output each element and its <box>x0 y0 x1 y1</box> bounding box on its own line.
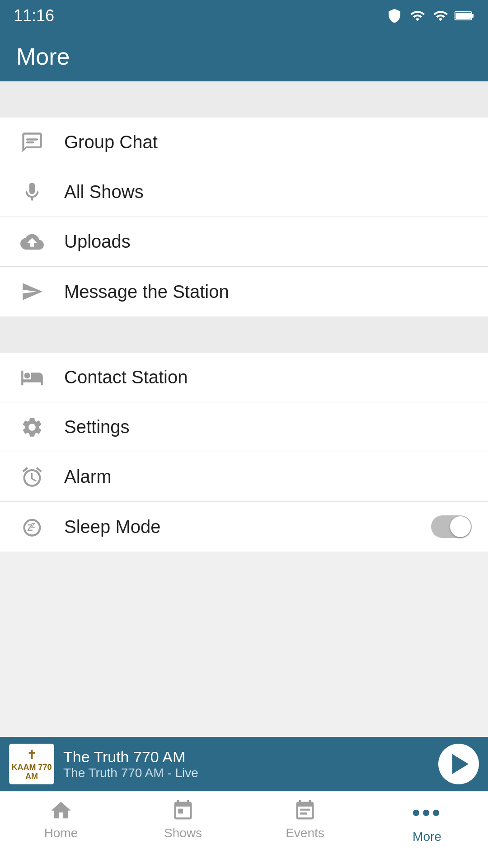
settings-label: Settings <box>64 417 130 437</box>
nav-item-events[interactable]: Events <box>244 799 366 840</box>
bottom-nav: Home Shows Events ••• More <box>0 791 488 868</box>
menu-item-alarm[interactable]: Alarm <box>0 452 488 502</box>
nav-item-shows[interactable]: Shows <box>122 799 244 840</box>
nav-item-home[interactable]: Home <box>0 799 122 840</box>
sleep-mode-label: Sleep Mode <box>64 517 160 537</box>
battery-icon <box>455 9 474 23</box>
play-button[interactable] <box>438 744 479 784</box>
station-info: The Truth 770 AM The Truth 770 AM - Live <box>54 748 438 780</box>
home-icon <box>49 799 73 822</box>
station-logo: ✝ KAAM 770 AM <box>9 744 54 784</box>
building-icon <box>16 362 48 393</box>
menu-item-message-station[interactable]: Message the Station <box>0 267 488 316</box>
station-subtitle: The Truth 770 AM - Live <box>63 766 429 780</box>
svg-text:Z: Z <box>31 521 35 529</box>
page-title: More <box>16 43 70 70</box>
alarm-label: Alarm <box>64 467 111 487</box>
events-icon <box>293 799 317 822</box>
play-icon <box>452 754 469 774</box>
upload-icon <box>16 226 48 258</box>
menu-item-settings[interactable]: Settings <box>0 402 488 452</box>
sleep-mode-toggle[interactable] <box>431 515 472 538</box>
svg-rect-3 <box>26 138 38 140</box>
shows-icon <box>171 799 195 822</box>
menu-item-all-shows[interactable]: All Shows <box>0 167 488 217</box>
alarm-icon <box>16 461 48 493</box>
now-playing-bar: ✝ KAAM 770 AM The Truth 770 AM The Truth… <box>0 737 488 791</box>
app-bar: More <box>0 32 488 81</box>
station-name: The Truth 770 AM <box>63 748 429 766</box>
menu-item-sleep-mode[interactable]: Z Z Sleep Mode <box>0 502 488 552</box>
group-chat-label: Group Chat <box>64 132 158 152</box>
shield-icon <box>387 8 402 24</box>
wifi-icon <box>408 8 427 24</box>
section-spacer-top <box>0 81 488 118</box>
menu-item-uploads[interactable]: Uploads <box>0 217 488 267</box>
svg-rect-4 <box>26 141 34 143</box>
mic-icon <box>16 176 48 208</box>
nav-shows-label: Shows <box>164 826 202 840</box>
contact-station-label: Contact Station <box>64 367 188 387</box>
signal-icon <box>433 8 448 24</box>
uploads-label: Uploads <box>64 231 131 252</box>
menu-section-2: Contact Station Settings Alarm Z Z Sleep… <box>0 353 488 552</box>
more-dots-icon: ••• <box>412 799 442 826</box>
section-spacer-middle <box>0 316 488 353</box>
menu-section-1: Group Chat All Shows Uploads Message the… <box>0 118 488 316</box>
status-icons <box>387 8 474 24</box>
station-logo-text: KAAM 770 AM <box>11 763 52 781</box>
menu-item-contact-station[interactable]: Contact Station <box>0 353 488 402</box>
sleep-icon: Z Z <box>16 511 48 542</box>
all-shows-label: All Shows <box>64 182 144 202</box>
nav-events-label: Events <box>286 826 324 840</box>
nav-item-more[interactable]: ••• More <box>366 799 488 844</box>
nav-home-label: Home <box>44 826 78 840</box>
gear-icon <box>16 411 48 443</box>
status-bar: 11:16 <box>0 0 488 32</box>
status-time: 11:16 <box>14 6 54 25</box>
menu-item-group-chat[interactable]: Group Chat <box>0 118 488 167</box>
message-station-label: Message the Station <box>64 282 229 302</box>
chat-icon <box>16 127 48 158</box>
svg-rect-2 <box>455 13 471 19</box>
send-icon <box>16 276 48 307</box>
nav-more-label: More <box>413 830 441 844</box>
svg-rect-1 <box>472 14 474 18</box>
